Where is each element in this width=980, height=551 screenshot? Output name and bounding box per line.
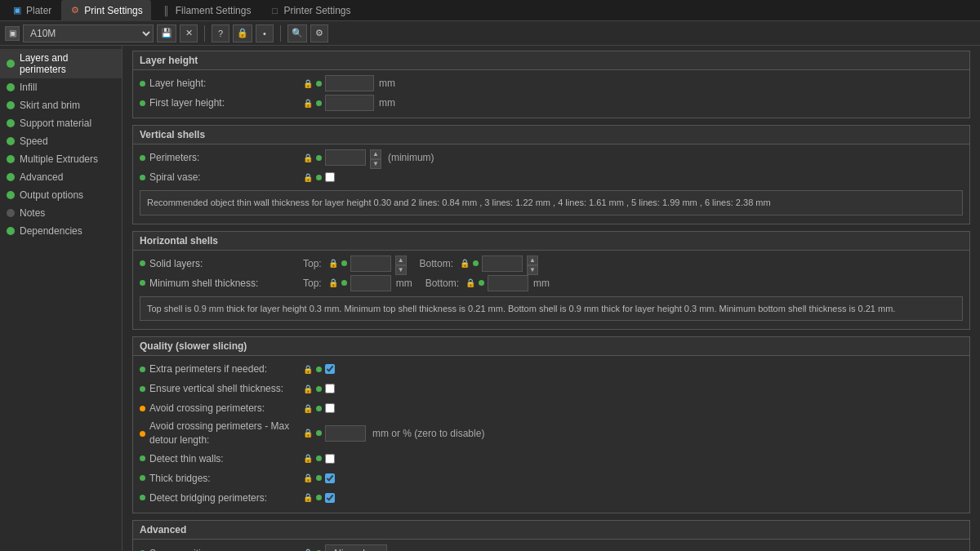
- sidebar-item-advanced[interactable]: Advanced: [0, 168, 122, 186]
- spin-up[interactable]: ▲: [370, 149, 381, 159]
- tab-filament-settings-label: Filament Settings: [176, 5, 252, 16]
- input-perimeters[interactable]: 3: [325, 149, 366, 166]
- input-top-solid[interactable]: 3: [350, 256, 391, 272]
- lock-ensure-vertical[interactable]: 🔒: [303, 384, 313, 393]
- sidebar-item-support[interactable]: Support material: [0, 114, 122, 132]
- lock-avoid-crossing[interactable]: 🔒: [303, 404, 313, 413]
- sidebar-item-multiple-extruders[interactable]: Multiple Extruders: [0, 150, 122, 168]
- sidebar-item-speed[interactable]: Speed: [0, 132, 122, 150]
- printer-settings-icon: □: [269, 5, 280, 16]
- top-label: Top:: [303, 258, 322, 269]
- dot-bottom-min: [479, 280, 484, 286]
- spin-down-top[interactable]: ▼: [395, 265, 407, 275]
- save-button[interactable]: 💾: [157, 24, 176, 42]
- dot-button[interactable]: •: [256, 24, 274, 42]
- spin-down-bottom[interactable]: ▼: [527, 265, 538, 275]
- lock-perimeters[interactable]: 🔒: [303, 153, 313, 162]
- sidebar-item-skirt[interactable]: Skirt and brim: [0, 96, 122, 114]
- label-spiral-vase: Spiral vase:: [140, 171, 303, 183]
- checkbox-detect-bridging[interactable]: [325, 493, 335, 503]
- sidebar-dot-layers: [7, 60, 15, 68]
- sidebar-label-multiple-extruders: Multiple Extruders: [20, 153, 98, 165]
- lock-top-solid[interactable]: 🔒: [328, 259, 338, 268]
- lock-button[interactable]: 🔒: [233, 24, 252, 42]
- label-seam-position: Seam position:: [140, 548, 303, 551]
- checkbox-detect-thin[interactable]: [325, 454, 335, 464]
- delete-button[interactable]: ✕: [180, 24, 198, 42]
- tab-filament-settings[interactable]: ║ Filament Settings: [153, 0, 260, 21]
- checkbox-avoid-crossing[interactable]: [325, 403, 335, 413]
- info-vertical-shells: Recommended object thin wall thickness f…: [140, 190, 963, 216]
- controls-seam-position: 🔒 Aligned Nearest Random Rear: [303, 544, 387, 551]
- spin-perimeters[interactable]: ▲ ▼: [370, 149, 381, 166]
- sidebar-label-infill: Infill: [20, 82, 37, 93]
- unit-bottom-min: mm: [533, 278, 550, 289]
- tab-printer-settings-label: Printer Settings: [283, 5, 350, 16]
- label-thick-bridges: Thick bridges:: [140, 473, 303, 484]
- input-bottom-solid[interactable]: 3: [482, 256, 523, 272]
- label-min-shell: Minimum shell thickness:: [140, 278, 303, 289]
- dot2-thick-bridges: [316, 475, 322, 481]
- lock-top-min[interactable]: 🔒: [328, 278, 338, 287]
- dot2-extra-perimeters: [316, 367, 322, 372]
- row-ensure-vertical: Ensure vertical shell thickness: 🔒: [140, 379, 963, 398]
- sidebar-item-output[interactable]: Output options: [0, 186, 122, 204]
- preset-select[interactable]: A10M: [23, 24, 154, 42]
- input-bottom-min[interactable]: 0: [488, 275, 528, 291]
- sidebar-item-layers[interactable]: Layers and perimeters: [0, 49, 122, 78]
- bottom-label: Bottom:: [420, 258, 453, 269]
- checkbox-extra-perimeters[interactable]: [325, 364, 335, 374]
- tab-plater-label: Plater: [26, 5, 51, 16]
- lock-detect-thin[interactable]: 🔒: [303, 454, 313, 463]
- search-button[interactable]: 🔍: [287, 24, 307, 42]
- input-top-min[interactable]: 0: [350, 275, 391, 291]
- dot-avoid-crossing: [140, 406, 145, 411]
- spin-bottom-solid[interactable]: ▲ ▼: [527, 256, 538, 272]
- top-min-shell: Top: 🔒 0 mm: [303, 275, 412, 291]
- dot2-layer-height: [316, 81, 322, 87]
- input-layer-height[interactable]: 0.3: [325, 75, 374, 91]
- dot-top-min: [341, 280, 347, 286]
- checkbox-spiral-vase[interactable]: [325, 172, 335, 182]
- lock-bottom-solid[interactable]: 🔒: [460, 259, 470, 268]
- tab-print-settings-label: Print Settings: [84, 5, 142, 16]
- checkbox-thick-bridges[interactable]: [325, 473, 335, 483]
- controls-avoid-crossing: 🔒: [303, 403, 335, 413]
- lock-extra-perimeters[interactable]: 🔒: [303, 365, 313, 374]
- controls-detect-bridging: 🔒: [303, 493, 335, 503]
- sidebar-item-infill[interactable]: Infill: [0, 78, 122, 96]
- input-first-layer-height[interactable]: 0.35: [325, 95, 374, 111]
- input-avoid-max[interactable]: 0: [325, 425, 366, 442]
- section-header-layer-height: Layer height: [133, 51, 969, 70]
- dot-min-shell: [140, 280, 145, 286]
- share-button[interactable]: ⚙: [310, 24, 328, 42]
- section-layer-height: Layer height Layer height: 🔒 0.3 mm: [132, 51, 970, 118]
- dot-thick-bridges: [140, 475, 145, 481]
- checkbox-ensure-vertical[interactable]: [325, 384, 335, 393]
- spin-top-solid[interactable]: ▲ ▼: [395, 256, 407, 272]
- controls-detect-thin-walls: 🔒: [303, 454, 335, 464]
- lock-layer-height[interactable]: 🔒: [303, 79, 313, 88]
- select-seam-position[interactable]: Aligned Nearest Random Rear: [325, 544, 387, 551]
- lock-avoid-max[interactable]: 🔒: [303, 429, 313, 438]
- section-vertical-shells: Vertical shells Perimeters: 🔒 3 ▲ ▼: [132, 125, 970, 224]
- lock-spiral-vase[interactable]: 🔒: [303, 173, 313, 182]
- row-solid-layers: Solid layers: Top: 🔒 3 ▲ ▼ Bottom:: [140, 254, 963, 273]
- help-button[interactable]: ?: [212, 24, 229, 42]
- sidebar-item-dependencies[interactable]: Dependencies: [0, 222, 122, 240]
- lock-bottom-min[interactable]: 🔒: [466, 278, 475, 287]
- sidebar-item-notes[interactable]: Notes: [0, 204, 122, 222]
- top-min-label: Top:: [303, 278, 322, 289]
- spin-up-top[interactable]: ▲: [395, 256, 407, 265]
- lock-detect-bridging[interactable]: 🔒: [303, 493, 313, 502]
- controls-extra-perimeters: 🔒: [303, 364, 335, 374]
- tab-plater[interactable]: ▣ Plater: [3, 0, 60, 21]
- tab-printer-settings[interactable]: □ Printer Settings: [261, 0, 359, 21]
- spin-up-bottom[interactable]: ▲: [527, 256, 538, 265]
- lock-first-layer-height[interactable]: 🔒: [303, 99, 313, 108]
- tab-print-settings[interactable]: ⚙ Print Settings: [61, 0, 150, 21]
- spin-down[interactable]: ▼: [370, 159, 381, 169]
- lock-thick-bridges[interactable]: 🔒: [303, 473, 313, 482]
- sidebar-dot-multi-extruder: [7, 155, 15, 163]
- bottom-solid-layers: Bottom: 🔒 3 ▲ ▼: [420, 256, 538, 272]
